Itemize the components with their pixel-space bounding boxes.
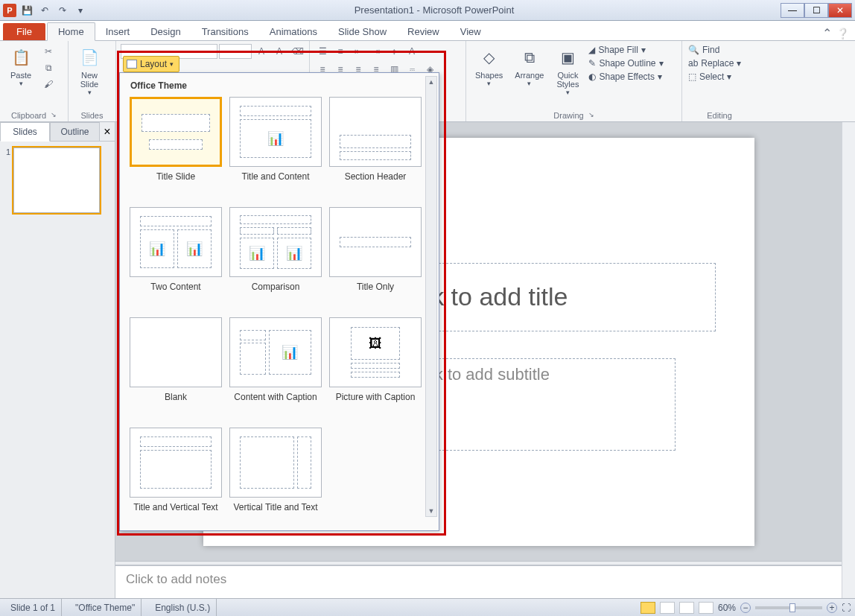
view-sorter-icon[interactable] <box>660 602 675 614</box>
numbering-icon[interactable]: ≡ <box>332 44 349 59</box>
layout-option-title-only[interactable]: Title Only <box>327 207 424 292</box>
app-icon: P <box>3 4 16 17</box>
layout-option-blank[interactable]: Blank <box>127 317 224 402</box>
tab-review[interactable]: Review <box>397 23 450 40</box>
drawing-group-label: Drawing <box>553 111 583 120</box>
tab-slideshow[interactable]: Slide Show <box>328 23 397 40</box>
shape-fill-button[interactable]: ◢ Shape Fill ▾ <box>587 44 669 56</box>
layout-option-content-with-caption[interactable]: 📊 Content with Caption <box>227 317 324 402</box>
increase-indent-icon[interactable]: ⇥ <box>368 44 384 59</box>
shrink-font-icon[interactable]: A <box>271 44 287 59</box>
notes-area[interactable]: Click to add notes <box>115 565 842 598</box>
quick-styles-button[interactable]: ▣Quick Styles▾ <box>551 44 584 98</box>
grow-font-icon[interactable]: A <box>253 44 270 59</box>
minimize-button[interactable]: — <box>781 3 804 18</box>
vertical-scrollbar[interactable] <box>842 122 855 598</box>
shape-outline-button[interactable]: ✎ Shape Outline ▾ <box>587 57 669 69</box>
close-button[interactable]: ✕ <box>828 3 852 18</box>
clear-format-icon[interactable]: ⌫ <box>289 44 305 59</box>
zoom-out-icon[interactable]: − <box>740 603 751 613</box>
tab-insert[interactable]: Insert <box>95 23 141 40</box>
shapes-button[interactable]: ◇Shapes▾ <box>471 44 507 89</box>
scroll-down-icon[interactable]: ▼ <box>426 506 436 516</box>
replace-button[interactable]: ab Replace ▾ <box>687 57 752 69</box>
new-slide-button[interactable]: 📄 New Slide ▾ <box>73 44 106 98</box>
text-direction-icon[interactable]: A <box>404 44 420 59</box>
status-theme: "Office Theme" <box>69 599 142 616</box>
layout-icon <box>127 60 137 69</box>
view-slideshow-icon[interactable] <box>699 602 713 614</box>
tab-view[interactable]: View <box>450 23 492 40</box>
tab-design[interactable]: Design <box>140 23 191 40</box>
help-icon[interactable]: ❔ <box>836 28 849 39</box>
clipboard-group-label: Clipboard <box>11 111 46 120</box>
qat-undo-icon[interactable]: ↶ <box>37 3 52 18</box>
find-button[interactable]: 🔍 Find <box>687 44 752 56</box>
bullets-icon[interactable]: ☰ <box>314 44 331 59</box>
panel-tab-outline[interactable]: Outline <box>50 122 100 142</box>
view-reading-icon[interactable] <box>679 602 694 614</box>
qat-save-icon[interactable]: 💾 <box>19 3 34 18</box>
title-bar: P 💾 ↶ ↷ ▾ Presentation1 - Microsoft Powe… <box>0 0 855 21</box>
layout-option-title-and-vertical-text[interactable]: Title and Vertical Text <box>127 428 224 512</box>
view-normal-icon[interactable] <box>641 602 655 614</box>
paste-button[interactable]: 📋 Paste ▾ <box>4 44 37 89</box>
scroll-up-icon[interactable]: ▲ <box>426 77 436 87</box>
layout-option-picture-with-caption[interactable]: 🖼 Picture with Caption <box>327 317 424 402</box>
layout-option-title-and-content[interactable]: 📊 Title and Content <box>227 97 324 182</box>
tab-animations[interactable]: Animations <box>259 23 328 40</box>
layout-panel-header: Office Theme <box>124 77 439 94</box>
copy-icon[interactable]: ⧉ <box>40 60 57 75</box>
shapes-icon: ◇ <box>477 45 501 69</box>
slides-panel: Slides Outline × 1 <box>0 122 115 598</box>
font-size-select[interactable] <box>219 44 252 59</box>
file-tab[interactable]: File <box>3 23 45 40</box>
decrease-indent-icon[interactable]: ⇤ <box>350 44 366 59</box>
panel-close-icon[interactable]: × <box>100 122 115 142</box>
zoom-level[interactable]: 60% <box>718 603 736 613</box>
paste-icon: 📋 <box>9 45 33 69</box>
zoom-in-icon[interactable]: + <box>827 603 837 613</box>
select-button[interactable]: ⬚ Select ▾ <box>687 71 752 83</box>
qat-redo-icon[interactable]: ↷ <box>55 3 70 18</box>
layout-button[interactable]: Layout ▾ <box>123 56 179 72</box>
layout-option-two-content[interactable]: 📊📊 Two Content <box>127 207 224 292</box>
slide-thumbnail[interactable]: 1 <box>6 147 109 213</box>
minimize-ribbon-icon[interactable]: ⌃ <box>822 26 832 40</box>
layout-option-comparison[interactable]: 📊📊 Comparison <box>227 207 324 292</box>
zoom-slider[interactable] <box>755 606 822 609</box>
ribbon-tabs: File Home Insert Design Transitions Anim… <box>0 21 855 40</box>
drawing-launcher-icon[interactable]: ↘ <box>588 111 594 120</box>
status-bar: Slide 1 of 1 "Office Theme" English (U.S… <box>0 598 855 616</box>
layout-option-title-slide[interactable]: Title Slide <box>127 97 224 182</box>
maximize-button[interactable]: ☐ <box>804 3 828 18</box>
layout-option-section-header[interactable]: Section Header <box>327 97 424 182</box>
editing-group-label: Editing <box>707 111 732 120</box>
status-language[interactable]: English (U.S.) <box>149 599 217 616</box>
quick-styles-icon: ▣ <box>556 45 579 69</box>
panel-tab-slides[interactable]: Slides <box>0 122 50 142</box>
layout-panel-scrollbar[interactable]: ▲ ▼ <box>425 76 437 517</box>
window-title: Presentation1 - Microsoft PowerPoint <box>88 4 781 16</box>
thumb-number: 1 <box>6 147 10 213</box>
cut-icon[interactable]: ✂ <box>40 44 57 59</box>
arrange-button[interactable]: ⧉Arrange▾ <box>510 44 548 89</box>
new-slide-icon: 📄 <box>77 45 101 69</box>
status-slide-number: Slide 1 of 1 <box>4 599 62 616</box>
format-painter-icon[interactable]: 🖌 <box>40 77 57 92</box>
line-spacing-icon[interactable]: ↕ <box>386 44 402 59</box>
clipboard-launcher-icon[interactable]: ↘ <box>51 111 57 120</box>
arrange-icon: ⧉ <box>518 45 541 69</box>
tab-transitions[interactable]: Transitions <box>191 23 259 40</box>
slides-group-label: Slides <box>81 111 104 120</box>
fit-to-window-icon[interactable]: ⛶ <box>842 603 851 613</box>
layout-dropdown-panel: Office Theme Title Slide 📊 Title and Con… <box>119 72 439 531</box>
shape-effects-button[interactable]: ◐ Shape Effects ▾ <box>587 71 669 83</box>
layout-option-vertical-title-and-text[interactable]: Vertical Title and Text <box>227 428 324 512</box>
qat-customize-icon[interactable]: ▾ <box>73 3 88 18</box>
tab-home[interactable]: Home <box>47 22 95 41</box>
